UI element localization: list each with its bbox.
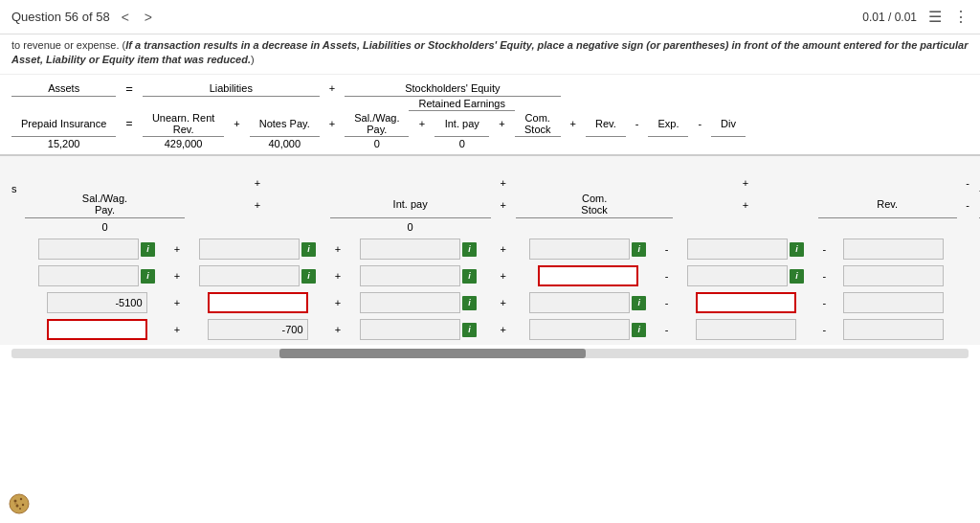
middle-area: s Stockholders' Equity + + + [0, 156, 980, 346]
notice-text-before: to revenue or expense. ( [11, 39, 125, 51]
retained-earnings-top-header: Retained Earnings [409, 97, 515, 111]
horizontal-scrollbar[interactable] [11, 349, 969, 358]
top-table: Assets = Liabilities + Stockholders' Equ… [11, 80, 746, 150]
input-di-r3[interactable] [843, 292, 944, 313]
col-unearn: Unearn. RentRev. [143, 111, 224, 137]
info-btn-comstock-r3[interactable]: i [462, 296, 477, 310]
col-notes: Notes Pay. [250, 111, 320, 137]
svg-point-2 [20, 498, 22, 500]
header-right: 0.01 / 0.01 ☰ ⋮ [862, 8, 969, 26]
svg-point-3 [16, 505, 19, 508]
info-btn-exp-r1[interactable]: i [790, 242, 804, 257]
prepaid-val: 15,200 [11, 136, 116, 150]
input-row-4: + + i [25, 316, 981, 343]
input-salwag-r2[interactable] [38, 265, 139, 286]
input-comstock-r3[interactable] [360, 292, 460, 313]
score-display: 0.01 / 0.01 [862, 11, 917, 24]
info-btn-salwag-r1[interactable]: i [141, 242, 155, 257]
col-exp-top: Exp. [648, 111, 688, 137]
input-rev-r1[interactable] [529, 239, 630, 260]
notice-bold: If a transaction results in a decrease i… [11, 39, 968, 65]
col-intpay-mid: Int. pay [330, 191, 491, 218]
col-rev-top: Rev. [586, 111, 626, 137]
liabilities-header: Liabilities [143, 80, 320, 97]
info-btn-intpay-r2[interactable]: i [301, 269, 316, 284]
list-icon[interactable]: ☰ [928, 8, 942, 26]
info-btn-rev-r4[interactable]: i [632, 323, 646, 337]
notice-text-after: ) [251, 54, 255, 65]
col-salwag-top: Sal./Wag.Pay. [345, 111, 409, 137]
input-di-r2[interactable] [843, 265, 944, 286]
notice-bar: to revenue or expense. (If a transaction… [0, 34, 980, 75]
input-exp-r3[interactable] [696, 292, 796, 313]
header: Question 56 of 58 < > 0.01 / 0.01 ☰ ⋮ [0, 0, 980, 34]
input-intpay-r3[interactable] [208, 292, 308, 313]
info-btn-comstock-r4[interactable]: i [462, 323, 477, 337]
input-comstock-r2[interactable] [360, 265, 460, 286]
col-intpay-top: Int. pay [434, 111, 489, 137]
stockholders-equity-label: Stockholders' Equity [25, 164, 981, 175]
salwag-val: 0 [345, 136, 409, 150]
col-rev-mid: Rev. [818, 191, 957, 218]
prev-button[interactable]: < [118, 8, 133, 27]
info-btn-salwag-r2[interactable]: i [141, 269, 155, 284]
col-prepaid: Prepaid Insurance [11, 111, 116, 137]
col-comstock-mid: Com.Stock [516, 191, 674, 218]
input-row-2: i + i + [25, 262, 981, 289]
input-comstock-r1[interactable] [360, 239, 460, 260]
input-salwag-r1[interactable] [38, 239, 139, 260]
input-salwag-r3[interactable] [47, 292, 147, 313]
unearn-val: 429,000 [143, 136, 224, 150]
info-btn-comstock-r1[interactable]: i [462, 242, 477, 257]
next-button[interactable]: > [141, 8, 156, 27]
input-rev-r3[interactable] [529, 292, 630, 313]
input-di-r1[interactable] [843, 239, 944, 260]
info-btn-rev-r1[interactable]: i [632, 242, 646, 257]
top-accounting-area: Assets = Liabilities + Stockholders' Equ… [0, 75, 980, 156]
mid-table: + + + - Retained Earnings - [25, 175, 981, 344]
top-data-row: 15,200 429,000 40,000 0 0 [11, 136, 746, 150]
svg-point-1 [14, 500, 17, 503]
input-intpay-r1[interactable] [199, 239, 300, 260]
input-comstock-r4[interactable] [360, 319, 460, 340]
input-intpay-r4[interactable] [208, 319, 308, 340]
zero-row: 0 0 [25, 218, 981, 237]
question-title: Question 56 of 58 [11, 10, 110, 24]
svg-point-5 [19, 508, 21, 510]
header-left: Question 56 of 58 < > [11, 8, 156, 27]
assets-header: Assets [11, 80, 116, 97]
info-btn-exp-r2[interactable]: i [790, 269, 804, 284]
middle-scroll[interactable]: s Stockholders' Equity + + + [0, 156, 980, 346]
cookie-icon[interactable] [8, 492, 31, 515]
stockholders-header: Stockholders' Equity [345, 80, 560, 97]
input-row-1: i + i + [25, 236, 981, 262]
input-rev-r2[interactable] [538, 265, 638, 286]
notes-val: 40,000 [250, 136, 320, 150]
info-btn-rev-r3[interactable]: i [632, 296, 646, 310]
input-exp-r2[interactable] [687, 265, 788, 286]
input-rev-r4[interactable] [529, 319, 630, 340]
input-di-r4[interactable] [843, 319, 944, 340]
info-btn-intpay-r1[interactable]: i [301, 242, 316, 257]
info-btn-comstock-r2[interactable]: i [462, 269, 477, 284]
svg-point-4 [22, 504, 24, 506]
input-exp-r4[interactable] [696, 319, 796, 340]
svg-point-0 [10, 494, 29, 513]
input-salwag-r4[interactable] [47, 319, 147, 340]
scrollbar-thumb[interactable] [279, 349, 586, 358]
col-salwag-mid: Sal./Wag.Pay. [25, 191, 186, 218]
more-icon[interactable]: ⋮ [953, 8, 969, 26]
intpay-val: 0 [434, 136, 489, 150]
input-intpay-r2[interactable] [199, 265, 300, 286]
input-row-3: + + i [25, 289, 981, 316]
col-comstock-top: Com.Stock [515, 111, 561, 137]
s-label: s [11, 164, 17, 194]
col-div-top: Div [711, 111, 746, 137]
input-exp-r1[interactable] [687, 239, 788, 260]
